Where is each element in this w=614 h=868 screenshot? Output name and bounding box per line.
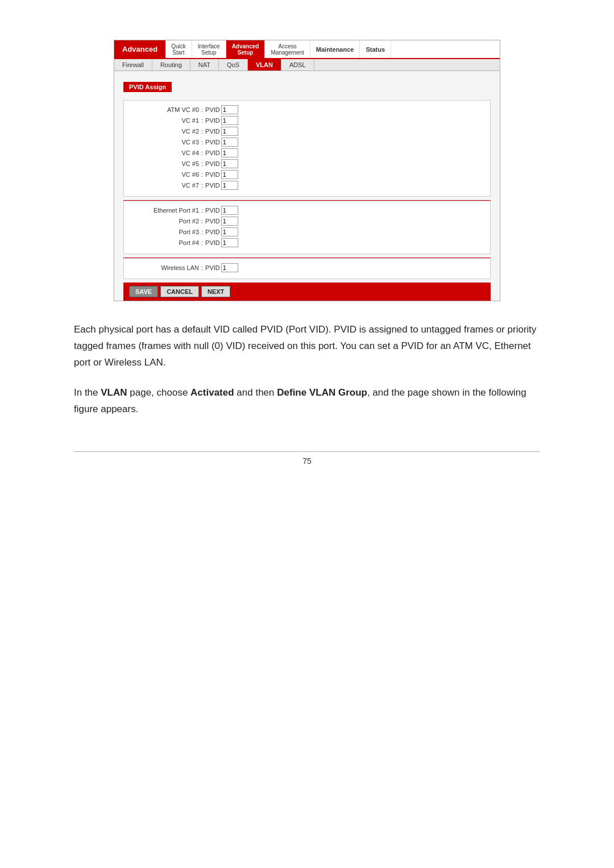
save-button[interactable]: SAVE: [129, 286, 158, 297]
nav-group-status[interactable]: Status: [360, 40, 391, 58]
nav-group-quick-start[interactable]: Quick Start: [165, 40, 192, 58]
vc3-label: VC #3: [131, 139, 199, 146]
p2-vlan: VLAN: [101, 387, 127, 398]
footer-bar: SAVE CANCEL NEXT: [123, 283, 491, 301]
port-row-atm-vc0: ATM VC #0 : PVID: [131, 105, 483, 114]
p2-mid2: and then: [234, 387, 277, 398]
vc3-pvid-input[interactable]: [221, 138, 238, 147]
wireless-label: Wireless LAN: [131, 264, 199, 271]
port-row-eth4: Port #4 : PVID: [131, 238, 483, 247]
port-row-vc7: VC #7 : PVID: [131, 181, 483, 190]
port-row-vc3: VC #3 : PVID: [131, 138, 483, 147]
subtab-adsl[interactable]: ADSL: [281, 59, 314, 70]
nav-quick-start-line2: Start: [172, 49, 184, 56]
vc4-label: VC #4: [131, 149, 199, 156]
eth2-label: Port #2: [131, 218, 199, 225]
atm-vc0-pvid-input[interactable]: [221, 105, 238, 114]
eth3-label: Port #3: [131, 229, 199, 235]
p2-define-vlan-group: Define VLAN Group: [277, 387, 367, 398]
atm-vc-section: ATM VC #0 : PVID VC #1 : PVID VC #2 : PV…: [123, 100, 491, 197]
pvid-assign-button[interactable]: PVID Assign: [123, 82, 172, 92]
vc7-label: VC #7: [131, 182, 199, 189]
cancel-button[interactable]: CANCEL: [160, 286, 199, 297]
body-text: Each physical port has a default VID cal…: [74, 322, 540, 417]
paragraph-2: In the VLAN page, choose Activated and t…: [74, 385, 540, 418]
port-row-vc2: VC #2 : PVID: [131, 127, 483, 136]
subtab-routing[interactable]: Routing: [152, 59, 190, 70]
page-footer: 75: [74, 451, 540, 466]
port-row-wireless: Wireless LAN : PVID: [131, 263, 483, 272]
p2-pre: In the: [74, 387, 101, 398]
nav-access-line1: Access: [278, 43, 296, 49]
vc2-pvid-input[interactable]: [221, 127, 238, 136]
vc1-label: VC #1: [131, 117, 199, 124]
router-panel: Advanced Quick Start Interface Setup Adv…: [114, 40, 500, 301]
vc6-label: VC #6: [131, 171, 199, 178]
nav-interface-line1: Interface: [198, 43, 220, 49]
nav-advanced-line1: Advanced: [232, 43, 259, 49]
page-number: 75: [302, 456, 312, 466]
port-row-eth3: Port #3 : PVID: [131, 227, 483, 236]
nav-interface-line2: Setup: [201, 49, 216, 56]
next-button[interactable]: NEXT: [201, 286, 230, 297]
p2-mid1: page, choose: [127, 387, 191, 398]
port-row-vc4: VC #4 : PVID: [131, 148, 483, 157]
paragraph-1: Each physical port has a default VID cal…: [74, 322, 540, 371]
eth2-pvid-input[interactable]: [221, 217, 238, 226]
wireless-pvid-input[interactable]: [221, 263, 238, 272]
sub-tabs: Firewall Routing NAT QoS VLAN ADSL: [114, 59, 500, 71]
nav-group-advanced-setup[interactable]: Advanced Setup: [226, 40, 265, 58]
port-row-vc5: VC #5 : PVID: [131, 159, 483, 168]
subtab-qos[interactable]: QoS: [219, 59, 248, 70]
eth3-pvid-input[interactable]: [221, 227, 238, 236]
vc5-label: VC #5: [131, 160, 199, 167]
nav-quick-start-line1: Quick: [171, 43, 186, 49]
nav-access-line2: Management: [271, 49, 304, 56]
content-area: PVID Assign ATM VC #0 : PVID VC #1 : PVI…: [114, 71, 500, 301]
vc4-pvid-input[interactable]: [221, 148, 238, 157]
subtab-vlan[interactable]: VLAN: [248, 59, 281, 70]
nav-status-label: Status: [366, 46, 385, 53]
port-row-vc1: VC #1 : PVID: [131, 116, 483, 125]
subtab-firewall[interactable]: Firewall: [114, 59, 152, 70]
ethernet-section: Ethernet Port #1 : PVID Port #2 : PVID P…: [123, 201, 491, 254]
vc1-pvid-input[interactable]: [221, 116, 238, 125]
port-row-eth2: Port #2 : PVID: [131, 217, 483, 226]
eth4-label: Port #4: [131, 239, 199, 246]
top-nav: Advanced Quick Start Interface Setup Adv…: [114, 40, 500, 59]
nav-group-maintenance[interactable]: Maintenance: [310, 40, 360, 58]
p2-activated: Activated: [190, 387, 234, 398]
nav-group-access-management[interactable]: Access Management: [265, 40, 310, 58]
wireless-section: Wireless LAN : PVID: [123, 258, 491, 279]
port-row-eth1: Ethernet Port #1 : PVID: [131, 206, 483, 215]
eth1-pvid-input[interactable]: [221, 206, 238, 215]
eth1-label: Ethernet Port #1: [131, 207, 199, 214]
vc6-pvid-input[interactable]: [221, 170, 238, 179]
subtab-nat[interactable]: NAT: [190, 59, 219, 70]
atm-vc0-label: ATM VC #0: [131, 106, 199, 113]
nav-advanced-line2: Setup: [238, 49, 254, 56]
vc5-pvid-input[interactable]: [221, 159, 238, 168]
port-row-vc6: VC #6 : PVID: [131, 170, 483, 179]
vc2-label: VC #2: [131, 128, 199, 135]
vc7-pvid-input[interactable]: [221, 181, 238, 190]
nav-advanced-label: Advanced: [114, 40, 165, 58]
eth4-pvid-input[interactable]: [221, 238, 238, 247]
nav-group-interface-setup[interactable]: Interface Setup: [192, 40, 226, 58]
nav-maintenance-label: Maintenance: [316, 46, 354, 53]
